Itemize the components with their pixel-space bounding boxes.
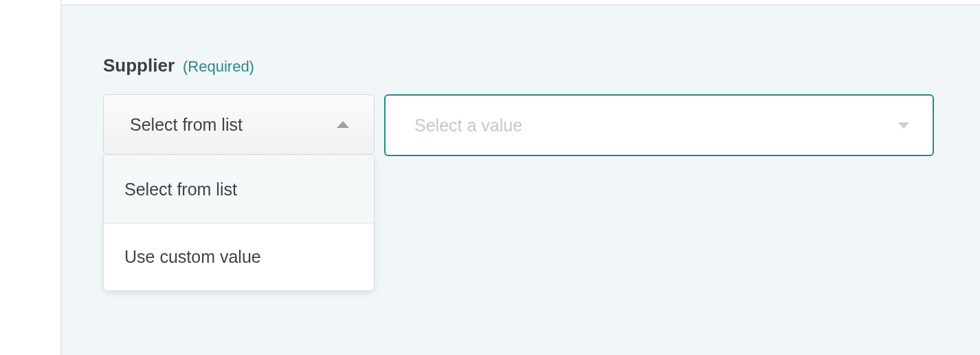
- mode-dropdown-selected: Select from list: [130, 115, 243, 135]
- mode-option-label: Select from list: [124, 180, 237, 200]
- chevron-up-icon: [337, 121, 349, 128]
- left-gutter: [0, 0, 60, 355]
- mode-option-label: Use custom value: [124, 247, 261, 267]
- controls-row: Select from list Select from list Use cu…: [103, 94, 939, 156]
- required-tag: (Required): [183, 58, 254, 76]
- mode-dropdown-menu: Select from list Use custom value: [103, 155, 375, 291]
- mode-dropdown: Select from list Select from list Use cu…: [103, 94, 375, 155]
- mode-option-use-custom-value[interactable]: Use custom value: [104, 223, 374, 290]
- field-label: Supplier: [103, 55, 175, 76]
- mode-dropdown-button[interactable]: Select from list: [103, 94, 375, 155]
- value-select[interactable]: Select a value: [384, 94, 934, 156]
- field-label-row: Supplier (Required): [103, 55, 939, 76]
- form-panel: Supplier (Required) Select from list Sel…: [62, 4, 980, 355]
- value-select-placeholder: Select a value: [414, 116, 522, 136]
- mode-option-select-from-list[interactable]: Select from list: [104, 155, 374, 223]
- chevron-down-icon: [898, 122, 909, 129]
